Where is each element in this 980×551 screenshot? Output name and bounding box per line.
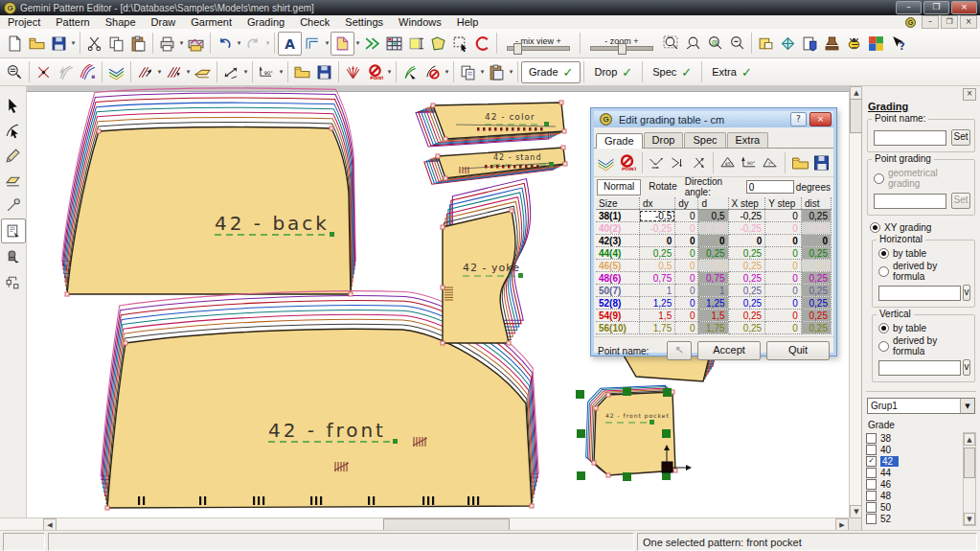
selection-handle[interactable] [623,387,631,396]
grading-cell-5610-dy[interactable]: 0 [675,322,698,334]
piece-create-tool-button[interactable] [2,169,25,192]
grading-cell-402-ystep[interactable]: 0 [765,222,802,235]
pocket-origin-marker[interactable] [662,462,672,472]
size-row-50[interactable]: 50 [866,501,963,513]
copy-grading-dropdown[interactable]: ▾ [156,68,163,76]
size-row-44[interactable]: 44 [866,467,963,478]
grading-cell-423-dy[interactable]: 0 [675,235,698,247]
grading-cell-507-size[interactable]: 50(7) [596,285,639,297]
grading-cell-444-size[interactable]: 44(4) [596,247,639,260]
grading-cell-486-ystep[interactable]: 0 [765,272,802,285]
dlg-angle-90-button[interactable]: 90° [740,152,760,173]
grade-list-up[interactable]: ▲ [964,433,975,446]
copy-grading-multi-dropdown[interactable]: ▾ [185,68,192,76]
dialog-help-button[interactable]: ? [790,112,807,126]
grading-cell-423-xstep[interactable]: 0 [728,235,765,247]
grading-cell-444-ystep[interactable]: 0 [765,247,802,260]
measure-tool-button[interactable] [405,33,427,55]
vertical-formula-radio[interactable]: derived by formula [878,335,970,356]
minimize-button[interactable]: – [896,1,922,14]
grading-cell-486-xstep[interactable]: 0,25 [728,272,765,285]
grading-cell-5610-d[interactable]: 1,75 [698,322,728,334]
close-button[interactable]: × [951,1,977,14]
angle-dropdown[interactable]: ▾ [278,68,285,76]
pattern-piece-back[interactable] [67,126,351,294]
paste-button[interactable] [127,33,149,55]
grading-cell-402-dist[interactable]: 0,25 [801,222,831,235]
rotate-mode-button[interactable]: Rotate [643,180,682,195]
dialog-title-bar[interactable]: G Edit grading table - cm ? × [594,111,833,127]
grading-cell-465-xstep[interactable]: 0,25 [728,260,765,272]
corner-tool-button[interactable] [302,33,324,55]
grading-cell-486-dx[interactable]: 0,75 [639,272,674,285]
point-name-input[interactable] [874,130,946,146]
mdi-restore-button[interactable]: ❐ [941,15,958,29]
grading-cell-444-dy[interactable]: 0 [675,247,698,260]
selection-handle[interactable] [663,388,672,397]
fold-piece-button[interactable] [192,61,214,83]
menu-windows[interactable]: Windows [391,15,449,29]
save-button[interactable] [48,33,70,55]
grading-cell-444-xstep[interactable]: 0,25 [728,247,765,260]
print-dropdown[interactable]: ▾ [178,39,185,47]
stamp-button[interactable] [821,33,843,55]
grading-cell-528-dy[interactable]: 0 [675,297,698,310]
grading-cell-381-ystep[interactable]: 0 [765,210,802,222]
zoom-all-button[interactable]: @ [704,33,726,55]
pattern-piece-yoke[interactable] [443,211,515,343]
open-grading-button[interactable] [291,61,313,83]
grading-cell-444-dx[interactable]: 0,25 [639,247,674,260]
size-row-52[interactable]: 52 [866,513,963,524]
pattern-piece-dropdown[interactable]: ▾ [354,39,361,47]
dlg-grading-lines-button[interactable] [596,152,616,173]
size-checkbox-48[interactable] [866,491,877,501]
extra-toggle-button[interactable]: Extra✓ [705,62,759,82]
curves-grey-button[interactable] [55,61,77,83]
geometrical-grading-input[interactable] [874,194,946,209]
menu-help[interactable]: Help [449,15,487,29]
grading-cell-402-size[interactable]: 40(2) [596,222,639,235]
direction-angle-input[interactable] [746,180,794,194]
copy-button[interactable] [105,33,127,55]
grading-cell-486-dist[interactable]: 0,25 [801,272,831,285]
fan-grading-button[interactable] [342,61,364,83]
dialog-tab-extra[interactable]: Extra [727,132,769,148]
drop-toggle-button[interactable]: Drop✓ [587,62,639,82]
grading-cell-465-size[interactable]: 46(5) [596,260,639,272]
move-grading-point-button[interactable] [33,61,55,83]
menu-draw[interactable]: Draw [144,15,184,29]
horizontal-formula-input[interactable] [878,286,961,301]
redo-button[interactable] [242,33,264,55]
text-tool-button[interactable]: A [278,32,302,56]
maximize-button[interactable]: ❐ [923,1,949,14]
grading-cell-549-xstep[interactable]: 0,25 [728,310,765,322]
grade-list-scrollbar[interactable]: ▲ ▼ [963,432,976,526]
layout-button[interactable] [865,33,887,55]
size-checkbox-52[interactable] [866,514,877,524]
no-point-button[interactable]: POINT [364,61,386,83]
grading-cell-507-dy[interactable]: 0 [675,285,698,297]
grading-cell-528-d[interactable]: 1,25 [698,297,728,310]
grading-cell-444-dist[interactable]: 0,25 [801,247,831,260]
grading-cell-423-dx[interactable]: 0 [639,235,674,247]
pencil-tool-button[interactable] [2,144,25,167]
preview-table-button[interactable] [4,61,26,83]
zoom-pan-button[interactable] [682,33,704,55]
point-name-set-button[interactable]: Set [951,129,970,146]
grading-cell-507-dx[interactable]: 1 [639,285,674,297]
print-pattern-button[interactable] [185,33,207,55]
grading-cell-486-dy[interactable]: 0 [675,272,698,285]
grading-cell-507-d[interactable]: 1 [698,285,728,297]
edit-grading-table-dialog[interactable]: G Edit grading table - cm ? × GradeDropS… [590,107,837,356]
grading-cell-549-dx[interactable]: 1,5 [639,310,674,322]
curves-multi-button[interactable] [77,61,99,83]
grading-cell-528-dist[interactable]: 0,25 [801,297,831,310]
normal-mode-button[interactable]: Normal [597,179,641,195]
selection-handle[interactable] [576,390,584,399]
grading-cell-528-ystep[interactable]: 0 [765,297,802,310]
size-checkbox-50[interactable] [866,502,877,513]
size-checkbox-38[interactable] [866,433,877,444]
grading-cell-486-size[interactable]: 48(6) [596,272,639,285]
dlg-open-button[interactable] [789,152,809,173]
dialog-tab-spec[interactable]: Spec [684,132,725,148]
